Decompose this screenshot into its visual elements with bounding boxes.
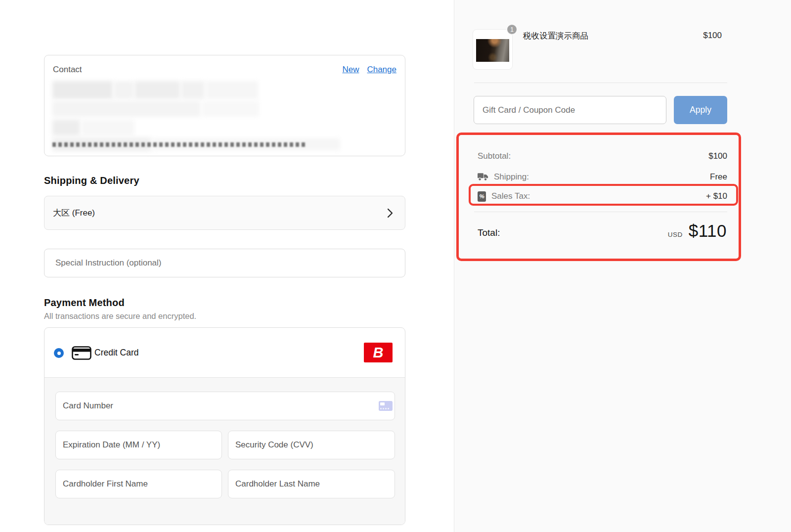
currency-code: USD (668, 231, 683, 238)
contact-title: Contact (53, 65, 82, 75)
expiration-date-input[interactable] (55, 431, 222, 459)
credit-card-icon (72, 346, 91, 360)
divider (474, 83, 727, 83)
shipping-value: Free (710, 172, 727, 182)
product-thumbnail: 1 (473, 29, 513, 70)
cardholder-last-name-input[interactable] (228, 470, 395, 498)
sales-tax-row: % Sales Tax: + $10 (478, 190, 727, 203)
credit-card-label: Credit Card (94, 348, 138, 358)
sales-tax-label: Sales Tax: (491, 191, 530, 201)
contact-card: Contact New Change (44, 55, 405, 156)
product-price: $100 (703, 31, 722, 41)
special-instruction-input[interactable] (44, 249, 405, 277)
subtotal-value: $100 (708, 151, 727, 161)
payment-brand-logo: B (364, 343, 393, 362)
credit-card-form (44, 377, 405, 525)
shipping-label: Shipping: (494, 172, 529, 182)
shipping-option-row[interactable]: 大区 (Free) (44, 196, 405, 230)
divider (474, 212, 727, 212)
payment-method-heading: Payment Method (44, 297, 125, 309)
subtotal-row: Subtotal: $100 (478, 150, 727, 163)
shipping-delivery-heading: Shipping & Delivery (44, 175, 139, 186)
product-image (476, 39, 509, 62)
total-value: $110 (689, 221, 727, 241)
contact-new-link[interactable]: New (342, 65, 359, 75)
coupon-code-input[interactable] (474, 96, 666, 124)
shipping-option-label: 大区 (Free) (53, 207, 95, 219)
credit-card-option-row[interactable]: Credit Card B (44, 328, 405, 377)
apply-coupon-button[interactable]: Apply (674, 96, 727, 124)
credit-card-radio[interactable] (54, 348, 64, 358)
cardholder-first-name-input[interactable] (55, 470, 222, 498)
security-code-input[interactable] (228, 431, 395, 459)
sales-tax-value: + $10 (706, 191, 727, 201)
subtotal-label: Subtotal: (478, 151, 511, 161)
contact-header: Contact New Change (53, 65, 396, 75)
total-label: Total: (478, 227, 500, 238)
quantity-badge: 1 (506, 24, 518, 35)
shipping-row: Shipping: Free (478, 171, 727, 183)
redacted-address-line (52, 142, 308, 147)
chevron-right-icon (387, 208, 393, 218)
product-name: 税收设置演示商品 (523, 31, 588, 42)
truck-icon (478, 173, 488, 181)
order-summary-panel: 1 税收设置演示商品 $100 Subtotal: $100 Shipping:… (454, 0, 791, 532)
tax-receipt-icon: % (478, 191, 486, 202)
card-number-input[interactable] (55, 392, 395, 420)
payment-method-subheading: All transactions are secure and encrypte… (44, 311, 196, 321)
contact-change-link[interactable]: Change (367, 65, 396, 75)
payment-method-card: Credit Card B (44, 327, 405, 525)
